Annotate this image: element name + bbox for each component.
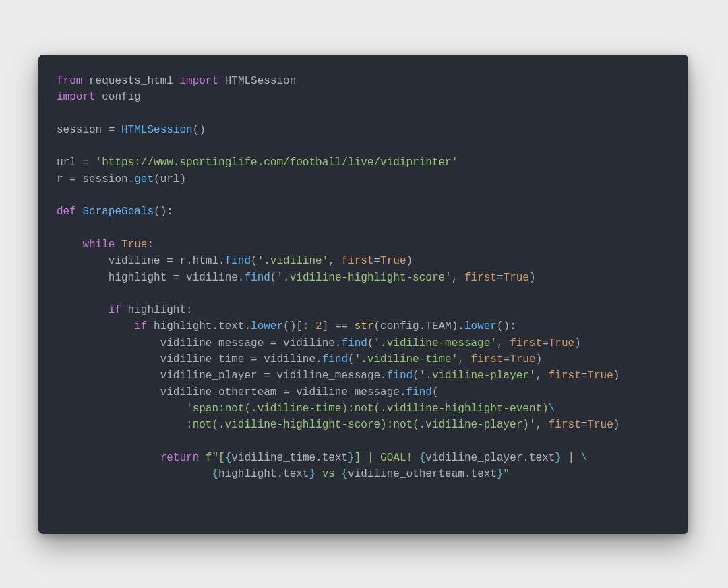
kwarg: first — [464, 272, 497, 284]
keyword: import — [57, 91, 96, 103]
string-literal: '.vidiline-player' — [419, 370, 536, 382]
f-brace: { — [419, 452, 426, 464]
code-text: (): — [497, 320, 516, 332]
code-text: vidiline_player.text — [425, 452, 555, 464]
f-brace: } — [348, 452, 355, 464]
constant: True — [549, 337, 574, 349]
string-literal: :not(.vidiline-highlight-score):not(.vid… — [57, 419, 536, 431]
call: get — [134, 173, 154, 185]
f-brace: } — [309, 468, 315, 480]
code-text: = — [581, 419, 588, 431]
constant: True — [504, 272, 529, 284]
string-literal — [57, 468, 212, 480]
code-text: ( — [413, 370, 419, 382]
code-text: ( — [432, 386, 439, 399]
call: find — [244, 272, 270, 284]
call: find — [225, 255, 251, 267]
escape-char: \ — [549, 403, 555, 415]
keyword: def — [57, 206, 76, 218]
code-text: highlight.text — [218, 468, 309, 480]
string-literal: '.vidiline' — [257, 255, 329, 267]
kwarg: first — [471, 353, 504, 365]
code-text: (): — [154, 206, 173, 218]
code-text: = — [504, 353, 510, 365]
class-name: HTMLSession — [225, 75, 297, 87]
keyword: while — [82, 239, 115, 251]
code-text: vidiline = r.html. — [57, 255, 225, 267]
string-literal: 'span:not(.vidiline-time):not(.vidiline-… — [186, 403, 549, 415]
code-text: , — [497, 337, 510, 349]
call: find — [322, 353, 348, 365]
code-text: = — [542, 337, 549, 349]
code-text: ) — [574, 337, 581, 349]
code-text: ) — [613, 370, 620, 382]
code-block: from requests_html import HTMLSession im… — [57, 73, 688, 482]
string-literal: 'https://www.sportinglife.com/football/l… — [96, 156, 458, 169]
module-name: config — [102, 91, 141, 103]
call: find — [387, 370, 413, 382]
constant: True — [587, 370, 613, 382]
code-text: highlight: — [121, 304, 193, 316]
string-literal: vs — [315, 468, 341, 480]
string-literal: | — [562, 452, 581, 464]
code-text: = — [374, 255, 381, 267]
builtin: str — [355, 320, 374, 332]
string-literal: '.vidiline-highlight-score' — [276, 272, 451, 284]
code-text: ) — [536, 353, 543, 365]
code-text: (url) — [154, 173, 186, 185]
code-text: highlight = vidiline. — [57, 272, 244, 284]
call: HTMLSession — [121, 124, 193, 136]
function-name: ScrapeGoals — [82, 206, 154, 218]
escape-char: \ — [581, 452, 588, 464]
constant: True — [380, 255, 406, 267]
code-text: vidiline_player = vidiline_message. — [57, 370, 387, 382]
string-literal: '.vidiline-message' — [373, 337, 496, 349]
code-text: () — [193, 124, 206, 136]
code-text: : — [147, 239, 154, 251]
code-text: vidiline_otherteam.text — [348, 468, 497, 480]
code-text: ) — [613, 419, 620, 431]
constant: True — [587, 419, 613, 431]
string-literal: ] | GOAL! — [355, 452, 419, 464]
constant: True — [510, 353, 535, 365]
keyword: if — [109, 304, 121, 316]
keyword: from — [57, 75, 82, 87]
code-text: session = — [57, 124, 121, 136]
module-name: requests_html — [89, 75, 173, 87]
code-text: ) — [529, 272, 536, 284]
code-text: (config.TEAM). — [374, 320, 464, 332]
f-brace: { — [225, 452, 232, 464]
code-text: url = — [57, 156, 96, 169]
code-text: , — [536, 370, 549, 382]
code-text: r = session. — [57, 173, 134, 185]
code-text: ()[: — [283, 320, 309, 332]
code-text: highlight.text. — [147, 320, 251, 332]
code-text: vidiline_time.text — [231, 452, 348, 464]
call: lower — [251, 320, 283, 332]
constant: True — [121, 239, 147, 251]
f-brace: { — [341, 468, 348, 480]
code-text: , — [536, 419, 549, 431]
string-literal: " — [504, 468, 510, 480]
kwarg: first — [510, 337, 542, 349]
string-literal: '.vidiline-time' — [355, 353, 458, 365]
code-text: , — [328, 255, 341, 267]
code-text: vidiline_message = vidiline. — [57, 337, 341, 349]
f-brace: { — [212, 468, 218, 480]
string-literal: f — [199, 452, 212, 464]
code-text: vidiline_time = vidiline. — [57, 353, 322, 365]
kwarg: first — [549, 370, 581, 382]
code-text: ( — [348, 353, 355, 365]
string-literal: " — [212, 452, 218, 464]
code-text: ] == — [322, 320, 355, 332]
number: -2 — [309, 320, 322, 332]
call: find — [406, 386, 431, 399]
string-literal: [ — [218, 452, 225, 464]
code-text: ( — [251, 255, 257, 267]
code-text: ) — [406, 255, 413, 267]
call: lower — [464, 320, 497, 332]
keyword: return — [160, 452, 200, 464]
kwarg: first — [549, 419, 581, 431]
keyword: if — [134, 320, 147, 332]
code-card: from requests_html import HTMLSession im… — [38, 55, 688, 534]
